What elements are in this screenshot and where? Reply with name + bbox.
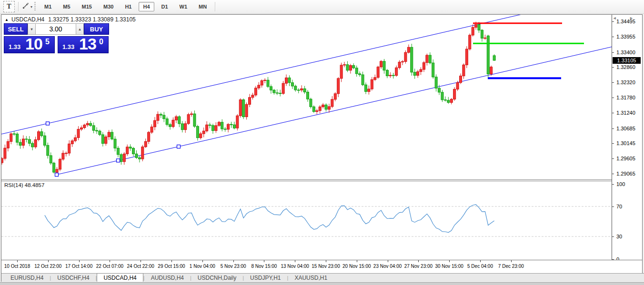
time-axis-label: 10 Oct 2018 [4, 264, 30, 269]
time-axis-tick [171, 260, 172, 262]
time-axis-tick [357, 260, 357, 262]
time-axis-label: 15 Nov 23:00 [312, 264, 340, 269]
price-axis-tick [612, 82, 614, 83]
price-axis-tick [612, 128, 614, 129]
time-axis-label: 8 Nov 15:00 [251, 264, 277, 269]
rsi-axis-label: 30 [616, 234, 622, 239]
chart-window: ▲ USDCAD,H4 1.33275 1.33323 1.33089 1.33… [1, 14, 643, 282]
time-axis-label: 12 Oct 22:00 [34, 264, 61, 269]
time-axis-tick [511, 260, 512, 262]
price-axis[interactable]: 1.344951.339551.334001.328601.323201.317… [612, 15, 642, 260]
price-axis-tick [612, 37, 614, 37]
time-axis-tick [110, 260, 110, 262]
toolbar-separator [18, 2, 19, 11]
top-toolbar: T ▾ M1M5M15M30H1H4D1W1MN [0, 0, 644, 14]
time-axis-label: 5 Dec 04:00 [467, 264, 493, 269]
horizontal-level-resistance[interactable] [473, 22, 562, 24]
sell-button[interactable]: SELL [4, 23, 28, 35]
trade-widget-top-row: SELL ▾ 3.00 ▴ BUY [4, 23, 109, 35]
price-axis-tick [612, 158, 614, 159]
rsi-axis-label: 100 [616, 181, 625, 187]
chart-symbol-period: USDCAD,H4 [11, 16, 44, 23]
text-label-tool-button[interactable]: T [3, 1, 15, 12]
buy-button[interactable]: BUY [84, 23, 109, 35]
price-axis-tick [612, 67, 614, 68]
ask-price-panel[interactable]: 1.33 13 0 [58, 36, 109, 53]
timeframe-h1[interactable]: H1 [121, 2, 136, 11]
price-axis-tick [612, 21, 614, 22]
time-axis-label: 1 Nov 04:00 [190, 264, 215, 269]
timeframe-m5[interactable]: M5 [59, 2, 74, 11]
tab-scroll-left-icon[interactable]: ◄ [613, 16, 623, 20]
price-axis-label: 1.32320 [616, 79, 635, 85]
tab-usdjpy-h1[interactable]: USDJPY,H1 [244, 274, 287, 282]
time-axis-tick [295, 260, 295, 262]
rsi-axis-tick [612, 236, 614, 237]
channel-handle[interactable] [46, 122, 50, 125]
time-axis-tick [418, 260, 419, 262]
time-axis-label: 24 Oct 22:00 [127, 264, 154, 269]
price-axis-label: 1.29065 [616, 171, 635, 177]
volume-decrease-button[interactable]: ▾ [28, 23, 36, 35]
time-axis-tick [17, 260, 18, 262]
price-axis-label: 1.31780 [616, 95, 635, 100]
time-axis-tick [233, 260, 234, 262]
price-axis-label: 1.32860 [616, 64, 635, 70]
time-axis-label: 5 Nov 23:00 [221, 264, 246, 269]
time-axis-tick [79, 260, 80, 262]
arrows-tool-icon [22, 2, 30, 11]
ohlc-toggle-icon[interactable]: ▲ [5, 18, 9, 22]
timeframe-h4[interactable]: H4 [139, 2, 154, 11]
price-axis-label: 1.31240 [616, 110, 635, 116]
horizontal-level-mid-level[interactable] [473, 43, 584, 44]
tab-usdcad-h4[interactable]: USDCAD,H4 [97, 273, 143, 282]
ask-price-prefix: 1.33 [62, 43, 74, 50]
tab-usdcnh-daily[interactable]: USDCNH,Daily [191, 274, 242, 282]
channel-lower-line[interactable] [57, 46, 612, 175]
tab-audusd-h4[interactable]: AUDUSD,H4 [145, 274, 190, 282]
one-click-trading-widget: SELL ▾ 3.00 ▴ BUY 1.33 10 5 1.33 13 0 [4, 23, 109, 53]
time-axis-label: 30 Nov 15:00 [435, 264, 463, 269]
rsi-indicator-canvas[interactable] [1, 181, 612, 260]
timeframe-w1[interactable]: W1 [175, 2, 192, 11]
chart-header: ▲ USDCAD,H4 1.33275 1.33323 1.33089 1.33… [5, 16, 136, 23]
tab-scroll-arrows: ◄ ► [613, 16, 639, 20]
time-axis-tick [326, 260, 326, 262]
toolbar-grip[interactable] [34, 2, 36, 11]
timeframe-mn[interactable]: MN [194, 2, 211, 11]
bid-price-panel[interactable]: 1.33 10 5 [4, 36, 55, 53]
channel-handle[interactable] [117, 159, 120, 162]
price-axis-tick [612, 143, 614, 144]
rsi-axis-tick [612, 206, 614, 207]
tab-usdchf-h4[interactable]: USDCHF,H4 [51, 274, 95, 282]
arrows-tool-button[interactable]: ▾ [22, 1, 32, 12]
timeframe-m1[interactable]: M1 [40, 2, 56, 11]
timeframe-m15[interactable]: M15 [78, 2, 96, 11]
timeframe-d1[interactable]: D1 [157, 2, 172, 11]
time-axis-label: 7 Dec 23:00 [498, 264, 524, 269]
tab-xauusd-h1[interactable]: XAUUSD,H1 [288, 274, 333, 282]
ask-price-point: 0 [99, 38, 103, 46]
rsi-axis-label: 70 [616, 204, 622, 209]
price-axis-label: 1.33400 [616, 49, 635, 55]
mt4-application: T ▾ M1M5M15M30H1H4D1W1MN ▲ USDCAD, [0, 0, 644, 285]
timeframe-m30[interactable]: M30 [99, 2, 118, 11]
rsi-axis-tick [612, 184, 614, 185]
channel-handle[interactable] [55, 173, 59, 177]
price-axis-label: 1.30685 [616, 126, 635, 131]
channel-handle[interactable] [177, 145, 181, 148]
price-axis-tick [612, 113, 614, 113]
tab-scroll-right-icon[interactable]: ► [629, 16, 639, 20]
time-axis-label: 23 Nov 04:00 [373, 264, 402, 269]
bid-price-prefix: 1.33 [9, 43, 20, 50]
time-axis-tick [202, 260, 203, 262]
time-axis-tick [449, 260, 450, 262]
volume-input[interactable]: 3.00 [36, 23, 76, 35]
ask-price-pips: 13 [79, 35, 96, 53]
tab-eurusd-h4[interactable]: EURUSD,H4 [4, 274, 50, 282]
time-axis[interactable]: 10 Oct 201812 Oct 22:0017 Oct 14:0022 Oc… [1, 260, 642, 273]
horizontal-level-support[interactable] [488, 77, 561, 79]
volume-increase-button[interactable]: ▴ [76, 23, 84, 35]
time-axis-tick [48, 260, 49, 262]
toolbar-separator [215, 2, 215, 11]
